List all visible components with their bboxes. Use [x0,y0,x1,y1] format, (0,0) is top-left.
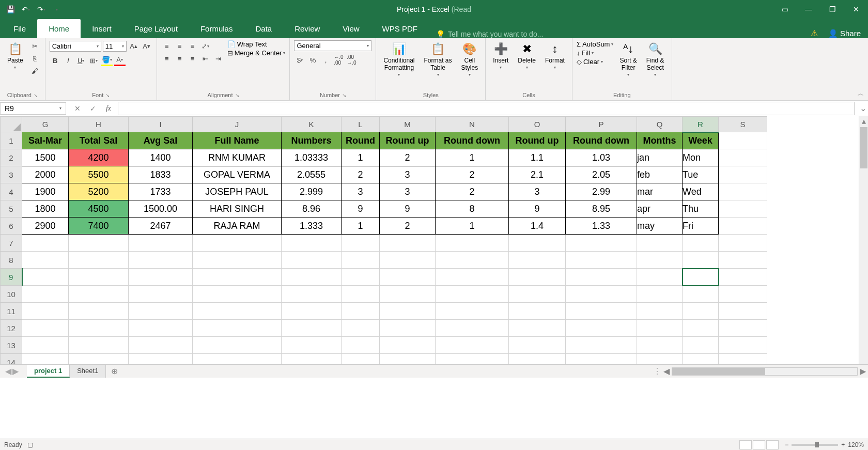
cell-N6[interactable]: 1 [436,218,509,235]
cell-I14[interactable] [129,354,193,365]
tab-home[interactable]: Home [37,19,81,38]
cell-H6[interactable]: 7400 [69,218,129,235]
cell-H7[interactable] [69,235,129,252]
column-header-S[interactable]: S [719,117,767,132]
fill-color-icon[interactable]: 🪣▾ [101,55,113,66]
cancel-formula-icon[interactable]: ✕ [71,102,84,115]
cell-K13[interactable] [282,337,342,354]
cell-O13[interactable] [509,337,566,354]
column-header-M[interactable]: M [380,117,436,132]
cell-G9[interactable] [22,269,69,286]
cell-R9[interactable] [683,269,719,286]
cell-G8[interactable] [22,252,69,269]
cell-K11[interactable] [282,303,342,320]
cell-R12[interactable] [683,320,719,337]
header-cell[interactable]: Round [342,132,380,149]
align-center-icon[interactable]: ≡ [174,53,185,64]
cell-P9[interactable] [566,269,637,286]
cell-N9[interactable] [436,269,509,286]
cell-I3[interactable]: 1833 [129,166,193,183]
cell[interactable] [719,218,767,235]
format-as-table-button[interactable]: 📋Format asTable ▾ [421,40,455,79]
cell-Q6[interactable]: may [637,218,683,235]
cell-J7[interactable] [193,235,282,252]
cell-K3[interactable]: 2.0555 [282,166,342,183]
tab-data[interactable]: Data [244,19,283,38]
cell-Q3[interactable]: feb [637,166,683,183]
cell-Q4[interactable]: mar [637,183,683,200]
cell-M9[interactable] [380,269,436,286]
cell-N12[interactable] [436,320,509,337]
spreadsheet-grid[interactable]: GHIJKLMNOPQRS1Sal-MarTotal SalAvg SalFul… [0,116,868,364]
cell-G4[interactable]: 1900 [22,183,69,200]
normal-view-icon[interactable] [739,440,752,449]
cell-O10[interactable] [509,286,566,303]
scrollbar-thumb[interactable] [860,127,867,168]
cell-L13[interactable] [342,337,380,354]
cell-Q12[interactable] [637,320,683,337]
cell-N5[interactable]: 8 [436,200,509,218]
percent-icon[interactable]: % [307,54,318,66]
tab-file[interactable]: File [2,19,37,38]
cell-I6[interactable]: 2467 [129,218,193,235]
cell-K2[interactable]: 1.03333 [282,149,342,166]
cell-N7[interactable] [436,235,509,252]
autosum-button[interactable]: Σ AutoSum ▾ [577,40,614,48]
cell-R7[interactable] [683,235,719,252]
cell-L14[interactable] [342,354,380,365]
cell-J4[interactable]: JOSEPH PAUL [193,183,282,200]
cell-H8[interactable] [69,252,129,269]
cell-G12[interactable] [22,320,69,337]
cell-I2[interactable]: 1400 [129,149,193,166]
cell-G14[interactable] [22,354,69,365]
cell-N8[interactable] [436,252,509,269]
cell-N4[interactable]: 2 [436,183,509,200]
page-break-view-icon[interactable] [766,440,779,449]
header-cell[interactable]: Round down [436,132,509,149]
decrease-font-icon[interactable]: A▾ [141,40,152,52]
macro-recording-icon[interactable]: ▢ [27,441,33,448]
cell-N14[interactable] [436,354,509,365]
vertical-scrollbar[interactable]: ▴ [859,116,868,364]
split-handle-icon[interactable]: ⋮ [653,366,661,376]
tab-insert[interactable]: Insert [81,19,123,38]
add-sheet-button[interactable]: ⊕ [106,366,123,376]
cell-P10[interactable] [566,286,637,303]
cell-Q11[interactable] [637,303,683,320]
cell-N11[interactable] [436,303,509,320]
cell-P12[interactable] [566,320,637,337]
increase-decimal-icon[interactable]: ←.0.00 [333,54,344,66]
cell-I9[interactable] [129,269,193,286]
cell-H4[interactable]: 5200 [69,183,129,200]
sheet-tab-project1[interactable]: project 1 [27,365,70,378]
cell-R5[interactable]: Thu [683,200,719,218]
cell-P13[interactable] [566,337,637,354]
cell-N13[interactable] [436,337,509,354]
cell-S7[interactable] [719,235,767,252]
align-left-icon[interactable]: ≡ [161,53,173,64]
cell-S10[interactable] [719,286,767,303]
cell-L10[interactable] [342,286,380,303]
cell-R10[interactable] [683,286,719,303]
cell-R14[interactable] [683,354,719,365]
zoom-out-icon[interactable]: − [785,441,788,448]
format-painter-icon[interactable]: 🖌 [29,65,41,76]
cell-O11[interactable] [509,303,566,320]
redo-icon[interactable]: ↷▾ [35,3,48,15]
cell-K6[interactable]: 1.333 [282,218,342,235]
comma-icon[interactable]: , [320,54,331,66]
clear-button[interactable]: ◇ Clear ▾ [577,58,614,66]
underline-icon[interactable]: U▾ [75,55,87,66]
cell-G6[interactable]: 2900 [22,218,69,235]
cell-R13[interactable] [683,337,719,354]
cell-J2[interactable]: RNM KUMAR [193,149,282,166]
cell-H5[interactable]: 4500 [69,200,129,218]
row-header-11[interactable]: 11 [1,303,22,320]
cell-M13[interactable] [380,337,436,354]
cell-O7[interactable] [509,235,566,252]
accounting-format-icon[interactable]: $▾ [294,54,305,66]
cell-G5[interactable]: 1800 [22,200,69,218]
cell-O9[interactable] [509,269,566,286]
cell-J14[interactable] [193,354,282,365]
cell-R8[interactable] [683,252,719,269]
